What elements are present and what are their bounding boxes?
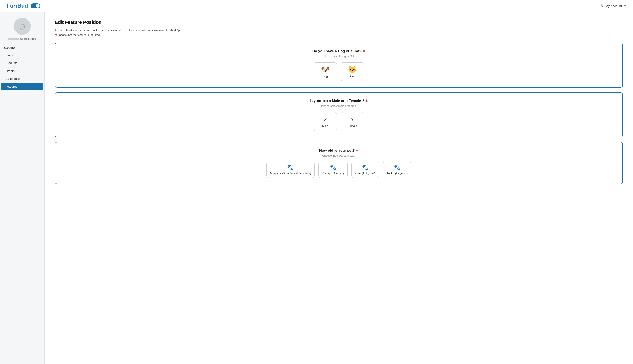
card-gender-options: ♂ Male ♀ Female xyxy=(62,112,616,131)
adult-icon: 🐾 xyxy=(362,164,368,170)
card-gender-title: Is your pet a Male or a Female ? ✱ xyxy=(62,99,616,103)
young-icon: 🐾 xyxy=(330,164,336,170)
my-account-button[interactable]: ✎ My Account ▼ xyxy=(601,4,626,8)
sidebar-nav: Users Products Orders Categories Feature… xyxy=(0,51,44,91)
chevron-down-icon: ▼ xyxy=(624,4,626,8)
adult-label: Adult (3-8 years) xyxy=(355,172,375,175)
required-note: ✱ means that the feature is required. xyxy=(55,33,623,37)
dog-icon: 🐶 xyxy=(321,66,330,73)
young-label: Young (1-3 years) xyxy=(322,172,344,175)
card-dog-cat-title: Do you have a Dog or a Cat? ✱ xyxy=(62,49,616,53)
card-gender-subtitle: Please select male or female xyxy=(62,104,616,108)
male-icon: ♂ xyxy=(323,116,328,122)
card-age-subtitle: Choose the closest answer xyxy=(62,154,616,157)
feature-card-gender: Is your pet a Male or a Female ? ✱ Pleas… xyxy=(55,92,623,138)
email-redacted xyxy=(8,38,19,40)
sidebar-item-users[interactable]: Users xyxy=(1,52,43,59)
cat-icon: 🐱 xyxy=(348,66,357,73)
option-dog[interactable]: 🐶 Dog xyxy=(314,62,337,81)
sidebar-item-orders[interactable]: Orders xyxy=(1,67,43,75)
dog-label: Dog xyxy=(323,74,328,78)
sidebar-item-products[interactable]: Products xyxy=(1,59,43,67)
senior-label: Senior (8+ years) xyxy=(386,172,408,175)
theme-toggle[interactable] xyxy=(31,4,40,8)
sidebar-section-label: Content xyxy=(0,46,44,51)
sidebar-item-categories[interactable]: Categories xyxy=(1,75,43,82)
description-line: The blue border color means that the ite… xyxy=(55,28,623,32)
avatar-icon: ☺ xyxy=(18,21,27,32)
required-star-dog-cat: ✱ xyxy=(362,49,365,53)
main-content: Edit Feature Position The blue border co… xyxy=(44,12,633,364)
card-dog-cat-options: 🐶 Dog 🐱 Cat xyxy=(62,62,616,81)
option-cat[interactable]: 🐱 Cat xyxy=(341,62,364,81)
female-label: Female xyxy=(348,124,357,128)
account-icon: ✎ xyxy=(601,4,604,8)
option-male[interactable]: ♂ Male xyxy=(314,112,337,131)
puppy-icon: 🐾 xyxy=(287,164,294,170)
required-star: ✱ xyxy=(55,33,58,37)
top-nav: FurrBud ✎ My Account ▼ xyxy=(0,0,633,12)
card-age-options: 🐾 Puppy or Kitten (less than a year) 🐾 Y… xyxy=(62,162,616,178)
option-senior[interactable]: 🐾 Senior (8+ years) xyxy=(383,162,411,178)
male-label: Male xyxy=(322,124,328,128)
logo-text: FurrBud xyxy=(7,2,28,9)
required-star-gender: ✱ xyxy=(364,99,368,102)
female-icon: ♀ xyxy=(350,116,355,122)
required-star-age: ✱ xyxy=(355,149,358,152)
sidebar-item-features[interactable]: Features xyxy=(1,83,43,90)
card-dog-cat-subtitle: Please select Dog or Cat xyxy=(62,54,616,58)
my-account-label: My Account xyxy=(606,4,622,8)
feature-card-dog-cat: Do you have a Dog or a Cat? ✱ Please sel… xyxy=(55,43,623,88)
cat-label: Cat xyxy=(350,74,354,78)
card-age-title: How old is your pet? ✱ xyxy=(62,148,616,153)
main-layout: ☺ @furrbud.com Content Users Products Or… xyxy=(0,12,633,364)
avatar: ☺ xyxy=(14,18,31,35)
option-young[interactable]: 🐾 Young (1-3 years) xyxy=(318,162,348,178)
option-female[interactable]: ♀ Female xyxy=(341,112,364,131)
page-title: Edit Feature Position xyxy=(55,20,623,25)
puppy-label: Puppy or Kitten (less than a year) xyxy=(270,172,311,175)
sidebar: ☺ @furrbud.com Content Users Products Or… xyxy=(0,12,44,364)
logo-area: FurrBud xyxy=(7,2,40,9)
option-puppy[interactable]: 🐾 Puppy or Kitten (less than a year) xyxy=(266,162,314,178)
option-adult[interactable]: 🐾 Adult (3-8 years) xyxy=(351,162,379,178)
senior-icon: 🐾 xyxy=(394,164,400,170)
user-email: @furrbud.com xyxy=(8,38,36,40)
feature-card-age: How old is your pet? ✱ Choose the closes… xyxy=(55,142,623,184)
